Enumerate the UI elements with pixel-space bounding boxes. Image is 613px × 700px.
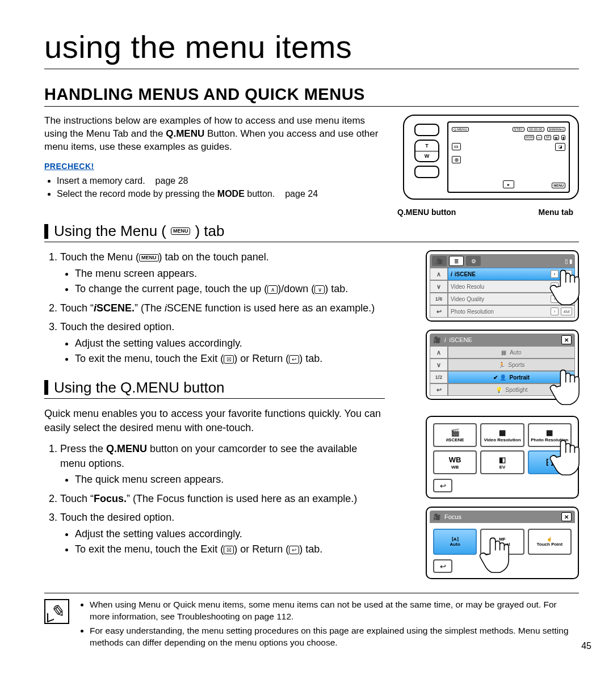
play-tab: ▸ (503, 180, 514, 188)
qmenu-indicator: Q.MENU (452, 127, 469, 132)
camcorder-illustration: TW Q.MENU STBY00:00:00[9999Min] 0000▭SF▦… (403, 115, 579, 200)
close-button[interactable]: ✕ (561, 335, 572, 344)
up-button[interactable]: ∧ (430, 346, 448, 359)
precheck-label: PRECHECK! (44, 162, 385, 171)
down-button[interactable]: ∨ (430, 359, 448, 371)
pager-indicator: 1/6 (430, 293, 448, 305)
return-button[interactable]: ↩ (433, 479, 452, 492)
up-icon: ∧ (267, 285, 278, 294)
focus-options-screen: 🎥Focus✕ ⁅A⁆Auto MFManual ☝Touch Point ↩ (426, 507, 579, 579)
qmenu-iscene[interactable]: 🎬iiSCENE (433, 423, 477, 447)
qmenu-button-label: Q.MENU button (397, 208, 465, 217)
menu-tab-graphic: MENU (552, 183, 565, 188)
return-button[interactable]: ↩ (430, 305, 448, 318)
intro-text: The instructions below are examples of h… (44, 115, 385, 154)
left-tab-2: ◎ (452, 156, 461, 163)
right-tab: ◪ (555, 143, 565, 151)
tab-video-icon: 🎥 (432, 256, 447, 266)
menu-chip-icon: MENU (139, 254, 159, 262)
touch-hand-icon (477, 533, 521, 577)
menu-tab-label: Menu tab (539, 208, 573, 217)
mode-button-graphic (414, 166, 439, 178)
menu-list-screen: 🎥 ≣ ⚙ ▯▮ ∧ ∨ 1/6 ↩ iiSCENE›🎬 Video (426, 250, 579, 322)
touch-hand-icon (547, 365, 591, 409)
notes-box: ✎ When using Menu or Quick menu items, s… (44, 593, 579, 651)
note-icon: ✎ (44, 599, 69, 624)
tab-settings-icon: ⚙ (466, 256, 481, 266)
down-icon: ∨ (314, 285, 325, 294)
sub-heading-qmenu: Using the Q.MENU button (44, 379, 385, 399)
left-tab-1: ▭ (452, 143, 461, 150)
focus-auto[interactable]: ⁅A⁆Auto (433, 529, 477, 555)
menu-tab-steps: Touch the Menu (MENU) tab on the touch p… (44, 250, 385, 366)
precheck-list: Insert a memory card.page 28 Select the … (44, 174, 385, 200)
camcorder-lcd: Q.MENU STBY00:00:00[9999Min] 0000▭SF▦▮ ▭… (447, 121, 570, 193)
qmenu-steps: Press the Q.MENU button on your camcorde… (44, 442, 385, 557)
iscene-options-screen: 🎥iiSCENE✕ ∧ ∨ 1/2 ↩ ▦Auto 🏃Sports ✔ 👤Por… (426, 330, 579, 400)
return-icon: ↩ (289, 355, 299, 364)
page-number: 45 (581, 641, 591, 651)
exit-icon: ☒ (224, 355, 234, 364)
qmenu-intro: Quick menu enables you to access your fa… (44, 407, 385, 435)
iscene-auto[interactable]: ▦Auto (448, 346, 575, 359)
menu-chip-icon: MENU (171, 227, 191, 235)
qmenu-button-graphic (414, 124, 439, 136)
page-title: using the menu items (44, 28, 579, 69)
exit-icon: ☒ (224, 546, 234, 554)
touch-hand-icon (547, 435, 591, 479)
qmenu-video-res[interactable]: ▦Video Resolution (480, 423, 524, 447)
touch-hand-icon (547, 265, 591, 309)
return-button[interactable]: ↩ (433, 559, 452, 573)
qmenu-grid-screen: 🎬iiSCENE ▦Video Resolution ▦Photo Resolu… (426, 416, 579, 499)
return-icon: ↩ (289, 546, 299, 554)
qmenu-wb[interactable]: WBWB (433, 450, 477, 474)
up-button[interactable]: ∧ (430, 268, 448, 280)
section-title: HANDLING MENUS AND QUICK MENUS (44, 85, 579, 107)
qmenu-ev[interactable]: ◧EV (480, 450, 524, 474)
tab-menu-icon: ≣ (449, 256, 464, 266)
zoom-rocker-graphic: TW (414, 140, 439, 162)
sub-heading-menu-tab: Using the Menu (MENU) tab (44, 222, 579, 242)
pager-indicator: 1/2 (430, 371, 448, 383)
focus-touch-point[interactable]: ☝Touch Point (528, 529, 572, 555)
return-button[interactable]: ↩ (430, 383, 448, 396)
close-button[interactable]: ✕ (561, 512, 572, 521)
down-button[interactable]: ∨ (430, 280, 448, 293)
